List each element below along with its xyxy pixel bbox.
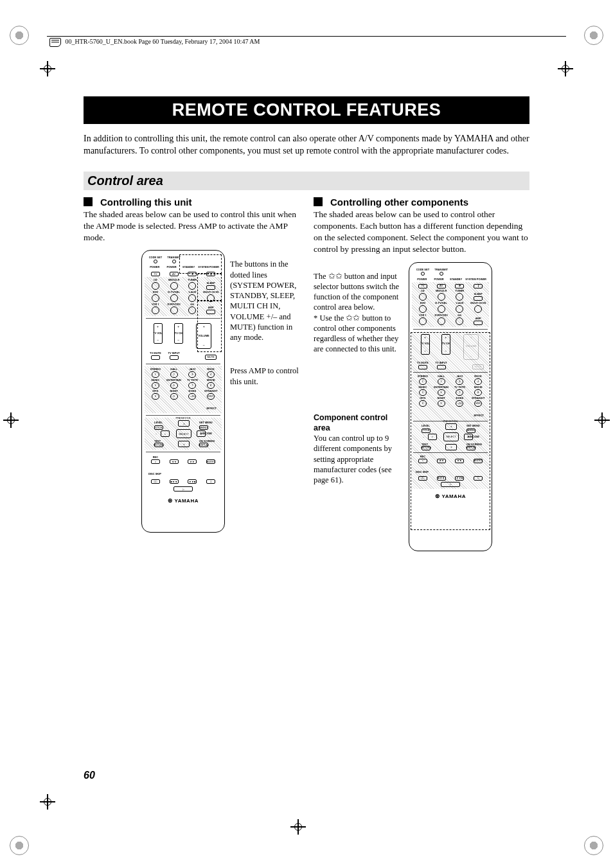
subhead-left-text: Controlling this unit xyxy=(100,197,191,208)
right-body: The shaded areas below can be used to co… xyxy=(314,209,529,256)
right-annotation-2: Component control area You can control u… xyxy=(314,412,404,486)
right-annotation-1: The ✩✩ button and input selector buttons… xyxy=(314,271,404,355)
bullet-square-icon xyxy=(314,197,323,206)
remote-diagram-left: CODE SET TRANSMIT POWER POWER STANDBY SY… xyxy=(141,250,225,533)
registration-mark xyxy=(10,836,29,855)
cross-mark xyxy=(290,819,306,835)
left-annotation-1: The buttons in the dotted lines (SYSTEM … xyxy=(230,259,301,355)
bullet-square-icon xyxy=(84,197,93,206)
subhead-left: Controlling this unit xyxy=(84,197,301,208)
cross-mark xyxy=(40,794,55,810)
section-heading: Control area xyxy=(84,172,529,190)
page-number: 60 xyxy=(84,770,95,781)
registration-mark xyxy=(584,836,603,855)
header-note: 00_HTR-5760_U_EN.book Page 60 Tuesday, F… xyxy=(47,36,566,48)
left-body: The shaded areas below can be used to co… xyxy=(84,209,301,244)
left-annotation-2: Press AMP to control this unit. xyxy=(230,366,301,387)
registration-mark xyxy=(584,26,603,45)
chapter-title: REMOTE CONTROL FEATURES xyxy=(84,96,529,124)
registration-mark xyxy=(10,26,29,45)
yamaha-logo: YAMAHA xyxy=(146,497,220,504)
cross-mark xyxy=(3,412,19,428)
subhead-right-text: Controlling other components xyxy=(330,197,468,208)
subhead-right: Controlling other components xyxy=(314,197,529,208)
cross-mark xyxy=(558,61,573,76)
cross-mark xyxy=(594,412,610,428)
yamaha-logo: YAMAHA xyxy=(413,493,488,499)
cross-mark xyxy=(40,61,55,76)
remote-diagram-right: CODE SET TRANSMIT POWER POWER STANDBY SY… xyxy=(409,262,492,551)
intro-paragraph: In addition to controlling this unit, th… xyxy=(84,133,529,157)
